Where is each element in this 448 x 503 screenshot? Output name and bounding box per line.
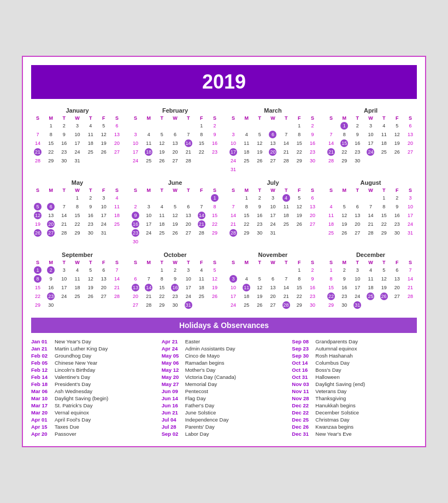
day-header: T (280, 115, 293, 121)
holiday-row: Oct 16Boss's Day (292, 367, 417, 373)
day-cell: 1 (155, 266, 168, 274)
day-header: S (208, 115, 221, 121)
day-cell: 24 (97, 220, 110, 229)
day-cell: 18 (155, 220, 168, 229)
day-header: S (404, 259, 417, 266)
holiday-date: Mar 06 (31, 388, 52, 394)
day-cell: 18 (280, 211, 293, 220)
day-cell: 20 (129, 292, 142, 301)
day-cell: 30 (306, 301, 319, 309)
day-cell: 7 (57, 202, 70, 211)
day-cell: 9 (129, 211, 142, 220)
day-cell: 26 (168, 229, 181, 237)
day-cell: 6 (168, 130, 181, 139)
day-highlighted: 16 (171, 284, 179, 291)
holiday-date: Jun 09 (162, 388, 182, 394)
holiday-date: Apr 21 (162, 338, 182, 344)
day-empty (182, 194, 195, 202)
day-cell: 31 (404, 229, 417, 237)
day-cell: 9 (84, 202, 97, 211)
day-header: S (306, 259, 319, 266)
day-cell: 30 (306, 156, 319, 165)
day-cell: 24 (57, 292, 70, 301)
holiday-row: Nov 11Veterans Day (292, 388, 417, 394)
month-block: SeptemberSMTWTFS123456789101112131415161… (31, 252, 123, 309)
day-cell: 24 (227, 301, 240, 309)
day-cell: 18 (70, 283, 84, 292)
year-header: 2019 (31, 65, 417, 99)
day-highlighted: 24 (367, 148, 374, 156)
holiday-name: Passover (55, 431, 76, 437)
day-cell: 2 (253, 194, 266, 202)
day-highlighted: 21 (198, 220, 205, 228)
day-cell: 28 (31, 156, 44, 165)
day-header: S (129, 115, 142, 121)
day-highlighted: 20 (269, 148, 276, 156)
holiday-date: Oct 31 (292, 374, 313, 380)
holiday-date: Jun 16 (162, 402, 182, 408)
day-cell: 21 (142, 292, 155, 301)
month-title: April (325, 107, 417, 114)
day-empty (142, 121, 155, 130)
day-cell: 18 (142, 148, 155, 156)
day-highlighted: 28 (282, 301, 290, 309)
holiday-date: Sep 02 (162, 431, 182, 437)
day-cell: 24 (404, 220, 417, 229)
day-cell: 14 (142, 283, 155, 292)
day-cell: 3 (142, 202, 155, 211)
day-header: W (364, 187, 377, 194)
holiday-date: Dec 26 (292, 424, 313, 430)
day-header: T (351, 115, 364, 121)
day-cell: 10 (142, 211, 155, 220)
day-cell: 23 (44, 292, 57, 301)
day-cell: 25 (240, 301, 253, 309)
day-header: F (195, 259, 208, 266)
day-highlighted: 20 (47, 220, 55, 228)
holiday-column: Sep 08Grandparents DaySep 23Autumnal equ… (292, 338, 417, 438)
holiday-date: May 06 (162, 360, 182, 366)
day-highlighted: 15 (340, 139, 348, 147)
holiday-name: Mother's Day (185, 367, 216, 373)
holiday-row: Dec 31New Year's Eve (292, 431, 417, 437)
day-header: S (404, 187, 417, 194)
day-cell: 15 (195, 139, 208, 148)
day-cell: 24 (227, 156, 240, 165)
day-cell: 12 (208, 274, 221, 283)
day-cell: 22 (70, 220, 84, 229)
day-cell: 1 (44, 121, 57, 130)
day-cell: 31 (227, 165, 240, 174)
holiday-row: Feb 05Chinese New Year (31, 360, 156, 366)
day-cell: 5 (391, 121, 404, 130)
day-cell: 5 (253, 274, 266, 283)
day-cell: 20 (351, 220, 364, 229)
day-cell: 3 (364, 121, 377, 130)
day-highlighted: 11 (243, 284, 250, 291)
holiday-name: Independence Day (185, 417, 229, 423)
day-cell: 12 (391, 130, 404, 139)
day-cell: 10 (266, 202, 279, 211)
holiday-column: Apr 21EasterApr 24Admin Assistants DayMa… (162, 338, 287, 438)
day-cell: 7 (280, 274, 293, 283)
day-cell: 17 (70, 139, 84, 148)
day-empty (338, 194, 351, 202)
day-header: F (293, 115, 306, 121)
day-highlighted: 8 (34, 275, 42, 283)
day-cell: 22 (155, 292, 168, 301)
day-cell: 27 (129, 301, 142, 309)
day-cell: 27 (391, 292, 404, 301)
day-cell: 31 (182, 301, 195, 309)
day-cell: 12 (84, 274, 97, 283)
day-cell: 10 (57, 274, 70, 283)
day-cell: 14 (280, 283, 293, 292)
day-cell: 6 (182, 202, 195, 211)
day-cell: 2 (391, 194, 404, 202)
day-cell: 1 (31, 266, 44, 274)
month-block: MaySMTWTFS123456789101112131415161718192… (31, 179, 123, 246)
day-cell: 11 (195, 274, 208, 283)
day-cell: 5 (84, 266, 97, 274)
holiday-row: Feb 02Groundhog Day (31, 353, 156, 359)
day-cell: 3 (70, 121, 84, 130)
day-header: T (57, 187, 70, 194)
day-cell: 19 (155, 148, 168, 156)
day-cell: 9 (168, 274, 181, 283)
